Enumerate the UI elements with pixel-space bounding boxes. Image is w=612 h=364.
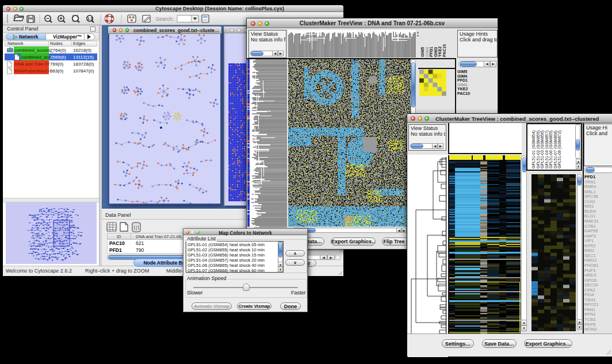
svg-text:1:1: 1:1 — [87, 17, 93, 21]
svg-text:Search:: Search: — [156, 16, 174, 22]
